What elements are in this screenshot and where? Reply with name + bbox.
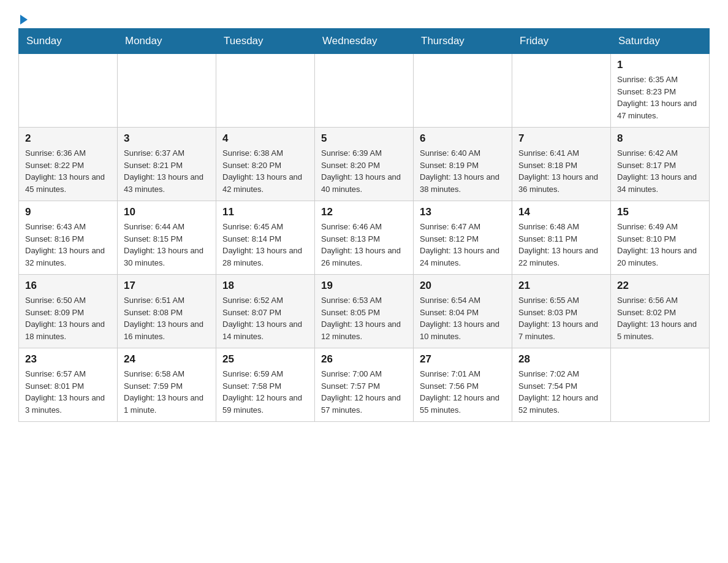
table-row: 27Sunrise: 7:01 AM Sunset: 7:56 PM Dayli…: [414, 348, 512, 422]
day-number: 13: [420, 206, 506, 218]
day-number: 4: [222, 132, 308, 145]
col-friday: Friday: [512, 29, 611, 54]
day-info: Sunrise: 6:58 AM Sunset: 7:59 PM Dayligh…: [124, 368, 210, 416]
day-number: 27: [420, 353, 506, 366]
day-number: 26: [321, 353, 407, 366]
table-row: [118, 54, 216, 128]
table-row: 12Sunrise: 6:46 AM Sunset: 8:13 PM Dayli…: [315, 201, 414, 275]
table-row: 9Sunrise: 6:43 AM Sunset: 8:16 PM Daylig…: [19, 201, 118, 275]
table-row: 13Sunrise: 6:47 AM Sunset: 8:12 PM Dayli…: [414, 201, 512, 275]
day-info: Sunrise: 6:39 AM Sunset: 8:20 PM Dayligh…: [321, 147, 407, 195]
day-info: Sunrise: 6:53 AM Sunset: 8:05 PM Dayligh…: [321, 294, 407, 342]
day-number: 8: [617, 132, 703, 145]
day-info: Sunrise: 6:50 AM Sunset: 8:09 PM Dayligh…: [25, 294, 111, 342]
day-number: 28: [518, 353, 604, 366]
calendar-week-row: 23Sunrise: 6:57 AM Sunset: 8:01 PM Dayli…: [19, 348, 710, 422]
day-info: Sunrise: 6:42 AM Sunset: 8:17 PM Dayligh…: [617, 147, 703, 195]
logo-arrow-icon: [20, 15, 28, 25]
table-row: 21Sunrise: 6:55 AM Sunset: 8:03 PM Dayli…: [512, 275, 611, 348]
day-info: Sunrise: 6:36 AM Sunset: 8:22 PM Dayligh…: [25, 147, 111, 195]
day-info: Sunrise: 6:44 AM Sunset: 8:15 PM Dayligh…: [124, 221, 210, 269]
day-number: 25: [222, 353, 308, 366]
day-info: Sunrise: 6:40 AM Sunset: 8:19 PM Dayligh…: [420, 147, 506, 195]
day-info: Sunrise: 6:41 AM Sunset: 8:18 PM Dayligh…: [518, 147, 604, 195]
day-info: Sunrise: 6:56 AM Sunset: 8:02 PM Dayligh…: [617, 294, 703, 342]
table-row: 23Sunrise: 6:57 AM Sunset: 8:01 PM Dayli…: [19, 348, 118, 422]
table-row: [611, 348, 710, 422]
table-row: 5Sunrise: 6:39 AM Sunset: 8:20 PM Daylig…: [315, 128, 414, 201]
day-number: 11: [222, 206, 308, 218]
day-info: Sunrise: 6:49 AM Sunset: 8:10 PM Dayligh…: [617, 221, 703, 269]
calendar-header-row: Sunday Monday Tuesday Wednesday Thursday…: [19, 29, 710, 54]
table-row: 2Sunrise: 6:36 AM Sunset: 8:22 PM Daylig…: [19, 128, 118, 201]
day-info: Sunrise: 6:55 AM Sunset: 8:03 PM Dayligh…: [518, 294, 604, 342]
day-info: Sunrise: 6:43 AM Sunset: 8:16 PM Dayligh…: [25, 221, 111, 269]
day-number: 7: [518, 132, 604, 145]
table-row: 7Sunrise: 6:41 AM Sunset: 8:18 PM Daylig…: [512, 128, 611, 201]
table-row: 4Sunrise: 6:38 AM Sunset: 8:20 PM Daylig…: [216, 128, 315, 201]
day-number: 19: [321, 280, 407, 292]
page-header: [18, 12, 710, 22]
table-row: 20Sunrise: 6:54 AM Sunset: 8:04 PM Dayli…: [414, 275, 512, 348]
day-info: Sunrise: 6:57 AM Sunset: 8:01 PM Dayligh…: [25, 368, 111, 416]
day-info: Sunrise: 6:38 AM Sunset: 8:20 PM Dayligh…: [222, 147, 308, 195]
day-info: Sunrise: 6:35 AM Sunset: 8:23 PM Dayligh…: [617, 74, 703, 121]
day-info: Sunrise: 7:02 AM Sunset: 7:54 PM Dayligh…: [518, 368, 604, 416]
day-info: Sunrise: 7:01 AM Sunset: 7:56 PM Dayligh…: [420, 368, 506, 416]
calendar-week-row: 2Sunrise: 6:36 AM Sunset: 8:22 PM Daylig…: [19, 128, 710, 201]
day-number: 20: [420, 280, 506, 292]
table-row: [216, 54, 315, 128]
table-row: 19Sunrise: 6:53 AM Sunset: 8:05 PM Dayli…: [315, 275, 414, 348]
col-saturday: Saturday: [611, 29, 710, 54]
table-row: 8Sunrise: 6:42 AM Sunset: 8:17 PM Daylig…: [611, 128, 710, 201]
calendar-week-row: 1Sunrise: 6:35 AM Sunset: 8:23 PM Daylig…: [19, 54, 710, 128]
table-row: 15Sunrise: 6:49 AM Sunset: 8:10 PM Dayli…: [611, 201, 710, 275]
day-info: Sunrise: 6:45 AM Sunset: 8:14 PM Dayligh…: [222, 221, 308, 269]
day-number: 3: [124, 132, 210, 145]
day-info: Sunrise: 7:00 AM Sunset: 7:57 PM Dayligh…: [321, 368, 407, 416]
table-row: 11Sunrise: 6:45 AM Sunset: 8:14 PM Dayli…: [216, 201, 315, 275]
day-number: 22: [617, 280, 703, 292]
table-row: 17Sunrise: 6:51 AM Sunset: 8:08 PM Dayli…: [118, 275, 216, 348]
day-info: Sunrise: 6:59 AM Sunset: 7:58 PM Dayligh…: [222, 368, 308, 416]
day-number: 18: [222, 280, 308, 292]
col-thursday: Thursday: [414, 29, 512, 54]
day-info: Sunrise: 6:46 AM Sunset: 8:13 PM Dayligh…: [321, 221, 407, 269]
day-number: 5: [321, 132, 407, 145]
table-row: 18Sunrise: 6:52 AM Sunset: 8:07 PM Dayli…: [216, 275, 315, 348]
table-row: [414, 54, 512, 128]
day-number: 17: [124, 280, 210, 292]
day-number: 14: [518, 206, 604, 218]
day-number: 15: [617, 206, 703, 218]
day-info: Sunrise: 6:52 AM Sunset: 8:07 PM Dayligh…: [222, 294, 308, 342]
col-tuesday: Tuesday: [216, 29, 315, 54]
table-row: 25Sunrise: 6:59 AM Sunset: 7:58 PM Dayli…: [216, 348, 315, 422]
col-wednesday: Wednesday: [315, 29, 414, 54]
calendar-week-row: 9Sunrise: 6:43 AM Sunset: 8:16 PM Daylig…: [19, 201, 710, 275]
day-number: 6: [420, 132, 506, 145]
table-row: 6Sunrise: 6:40 AM Sunset: 8:19 PM Daylig…: [414, 128, 512, 201]
table-row: 16Sunrise: 6:50 AM Sunset: 8:09 PM Dayli…: [19, 275, 118, 348]
logo: [18, 12, 28, 22]
table-row: 1Sunrise: 6:35 AM Sunset: 8:23 PM Daylig…: [611, 54, 710, 128]
day-number: 9: [25, 206, 111, 218]
day-number: 24: [124, 353, 210, 366]
day-number: 12: [321, 206, 407, 218]
day-info: Sunrise: 6:54 AM Sunset: 8:04 PM Dayligh…: [420, 294, 506, 342]
day-number: 16: [25, 280, 111, 292]
calendar-week-row: 16Sunrise: 6:50 AM Sunset: 8:09 PM Dayli…: [19, 275, 710, 348]
table-row: 24Sunrise: 6:58 AM Sunset: 7:59 PM Dayli…: [118, 348, 216, 422]
table-row: 3Sunrise: 6:37 AM Sunset: 8:21 PM Daylig…: [118, 128, 216, 201]
day-number: 1: [617, 59, 703, 71]
table-row: [19, 54, 118, 128]
table-row: 22Sunrise: 6:56 AM Sunset: 8:02 PM Dayli…: [611, 275, 710, 348]
day-number: 23: [25, 353, 111, 366]
table-row: 14Sunrise: 6:48 AM Sunset: 8:11 PM Dayli…: [512, 201, 611, 275]
day-info: Sunrise: 6:47 AM Sunset: 8:12 PM Dayligh…: [420, 221, 506, 269]
calendar-table: Sunday Monday Tuesday Wednesday Thursday…: [18, 28, 710, 422]
day-number: 21: [518, 280, 604, 292]
day-number: 10: [124, 206, 210, 218]
day-number: 2: [25, 132, 111, 145]
table-row: 10Sunrise: 6:44 AM Sunset: 8:15 PM Dayli…: [118, 201, 216, 275]
table-row: 26Sunrise: 7:00 AM Sunset: 7:57 PM Dayli…: [315, 348, 414, 422]
